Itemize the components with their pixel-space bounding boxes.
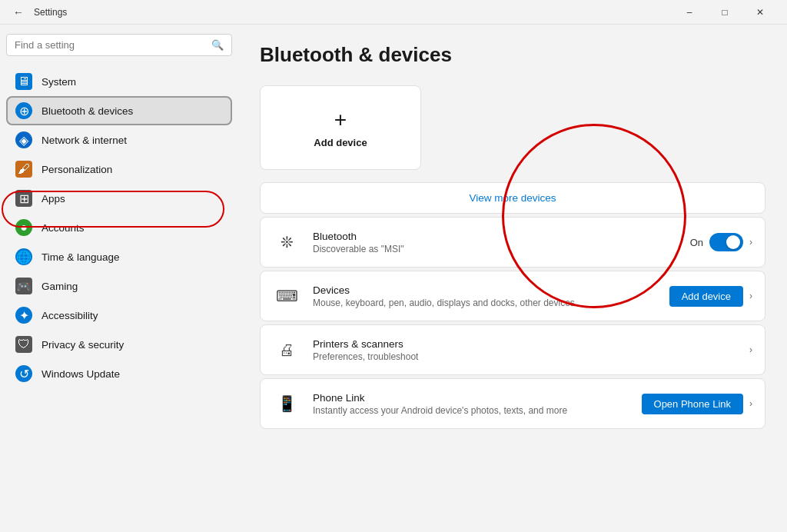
content-area: Bluetooth & devices + Add device View mo… [238,25,787,532]
phonelink-row-icon: 📱 [273,390,301,417]
bluetooth-icon: ⊕ [15,102,32,119]
section-card-bluetooth: ❊BluetoothDiscoverable as "MSI"On› [260,217,765,268]
sidebar-item-accessibility[interactable]: ✦Accessibility [6,301,232,330]
section-card-phonelink: 📱Phone LinkInstantly access your Android… [260,378,765,429]
sidebar-item-label-update: Windows Update [42,368,120,380]
bluetooth-chevron: › [749,237,752,248]
sidebar-item-label-gaming: Gaming [42,281,78,292]
sidebar-item-gaming[interactable]: 🎮Gaming [6,271,232,301]
sidebar-item-label-accessibility: Accessibility [42,310,98,321]
sidebar-item-label-apps: Apps [42,193,65,204]
titlebar-controls: – □ ✕ [672,0,778,25]
maximize-button[interactable]: □ [707,0,742,25]
sidebar-item-label-personalization: Personalization [42,164,112,175]
content-inner: Bluetooth & devices + Add device View mo… [260,43,765,429]
printers-subtitle: Preferences, troubleshoot [313,351,737,362]
sidebar-item-system[interactable]: 🖥System [6,67,232,96]
devices-chevron: › [749,291,752,301]
apps-icon: ⊞ [15,190,32,207]
network-icon: ◈ [15,131,32,148]
sidebar-item-update[interactable]: ↺Windows Update [6,359,232,388]
sidebar-item-label-time: Time & language [42,251,120,263]
bluetooth-subtitle: Discoverable as "MSI" [313,244,678,254]
row-phonelink[interactable]: 📱Phone LinkInstantly access your Android… [261,379,765,428]
row-bluetooth[interactable]: ❊BluetoothDiscoverable as "MSI"On› [261,218,765,267]
sidebar-item-label-privacy: Privacy & security [42,339,124,351]
main-layout: 🔍 🖥System⊕Bluetooth & devices◈Network & … [0,25,787,532]
add-plus-icon: + [334,108,347,132]
bluetooth-title: Bluetooth [313,231,678,242]
system-icon: 🖥 [15,73,32,90]
phonelink-action: Open Phone Link› [642,394,752,414]
phonelink-button[interactable]: Open Phone Link [642,394,743,414]
printers-action: › [749,344,752,355]
sidebar-item-bluetooth[interactable]: ⊕Bluetooth & devices [6,96,232,125]
close-button[interactable]: ✕ [742,0,778,25]
row-devices[interactable]: ⌨DevicesMouse, keyboard, pen, audio, dis… [261,271,765,321]
accessibility-icon: ✦ [15,307,32,324]
section-card-devices: ⌨DevicesMouse, keyboard, pen, audio, dis… [260,271,765,321]
printers-row-icon: 🖨 [273,336,301,364]
accounts-icon: ● [15,219,32,236]
view-more-devices[interactable]: View more devices [260,182,765,214]
bluetooth-row-text: BluetoothDiscoverable as "MSI" [313,231,678,254]
phonelink-subtitle: Instantly access your Android device's p… [313,405,629,416]
minimize-button[interactable]: – [672,0,707,25]
printers-row-text: Printers & scannersPreferences, troubles… [313,338,737,362]
sidebar: 🔍 🖥System⊕Bluetooth & devices◈Network & … [0,25,238,532]
add-device-card[interactable]: + Add device [260,85,421,170]
devices-button[interactable]: Add device [669,286,743,307]
sidebar-item-label-bluetooth: Bluetooth & devices [42,105,133,117]
bluetooth-action: On› [690,233,752,251]
devices-row-text: DevicesMouse, keyboard, pen, audio, disp… [313,284,657,308]
bluetooth-toggle-label: On [690,237,703,248]
personalization-icon: 🖌 [15,161,32,178]
sidebar-item-network[interactable]: ◈Network & internet [6,125,232,155]
sidebar-item-privacy[interactable]: 🛡Privacy & security [6,330,232,359]
sidebar-item-label-network: Network & internet [42,135,127,146]
search-icon: 🔍 [211,39,224,51]
devices-row-icon: ⌨ [273,282,301,310]
printers-chevron: › [749,344,752,355]
phonelink-chevron: › [749,398,752,409]
sidebar-item-personalization[interactable]: 🖌Personalization [6,155,232,184]
add-device-label: Add device [314,137,367,148]
section-card-printers: 🖨Printers & scannersPreferences, trouble… [260,324,765,375]
gaming-icon: 🎮 [15,278,32,294]
sidebar-item-label-accounts: Accounts [42,222,85,234]
bluetooth-toggle[interactable] [709,233,743,251]
search-box[interactable]: 🔍 [6,34,232,56]
devices-action: Add device› [669,286,752,307]
phonelink-row-text: Phone LinkInstantly access your Android … [313,392,629,416]
row-printers[interactable]: 🖨Printers & scannersPreferences, trouble… [261,325,765,374]
back-button[interactable]: ← [9,3,28,22]
titlebar-title: Settings [34,7,672,18]
sidebar-item-apps[interactable]: ⊞Apps [6,184,232,213]
view-more-label: View more devices [469,192,556,204]
page-title: Bluetooth & devices [260,43,765,67]
search-input[interactable] [15,39,205,51]
sidebar-item-label-system: System [42,76,76,88]
update-icon: ↺ [15,365,32,382]
devices-title: Devices [313,284,657,296]
bluetooth-row-icon: ❊ [273,228,301,256]
phonelink-title: Phone Link [313,392,629,404]
time-icon: 🌐 [15,248,32,265]
titlebar: ← Settings – □ ✕ [0,0,787,25]
privacy-icon: 🛡 [15,336,32,353]
printers-title: Printers & scanners [313,338,737,350]
devices-subtitle: Mouse, keyboard, pen, audio, displays an… [313,298,657,308]
sidebar-item-time[interactable]: 🌐Time & language [6,242,232,271]
bluetooth-toggle-thumb [726,235,740,249]
sidebar-item-accounts[interactable]: ●Accounts [6,213,232,242]
